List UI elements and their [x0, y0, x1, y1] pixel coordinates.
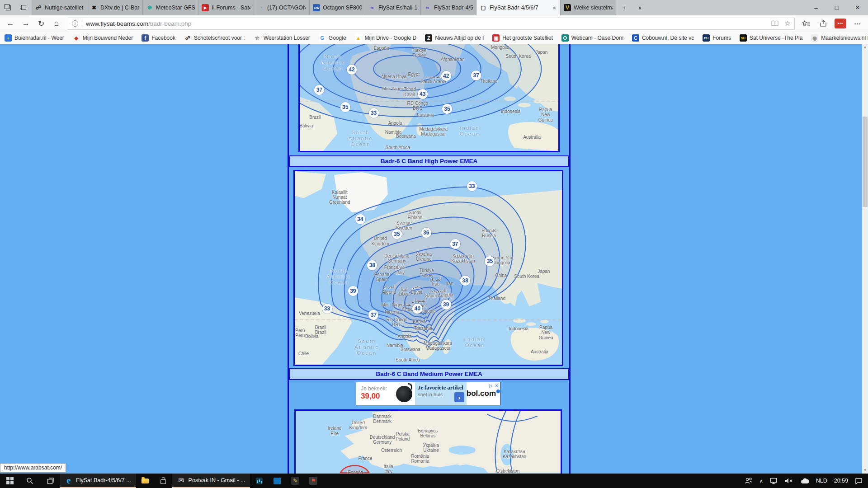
beam-level-badge: 35	[485, 256, 495, 266]
hub-star-icon	[802, 20, 810, 27]
map-base	[300, 44, 558, 151]
share-button[interactable]	[816, 17, 831, 30]
tab-preview-toggle-button[interactable]	[0, 0, 16, 15]
scrollbar-thumb[interactable]	[863, 117, 868, 207]
maximize-button[interactable]: □	[826, 0, 847, 15]
network-ethernet-icon[interactable]	[770, 478, 778, 484]
favorite-item[interactable]: SUSat Universe -The Pla	[740, 34, 802, 42]
browser-tab[interactable]: ▢FlySat Badr-4/5/6/7×	[476, 0, 561, 15]
browser-tab[interactable]: OwOctagon SF8008 4K	[310, 0, 365, 15]
favorites-hub-button[interactable]	[798, 17, 814, 30]
favorite-item[interactable]: CCobouw.nl, Dé site vc	[632, 34, 694, 42]
beam-level-badge: 38	[367, 260, 377, 270]
favorite-label: Sat Universe -The Pla	[750, 35, 802, 41]
taskbar-search-button[interactable]	[20, 474, 40, 488]
taskbar-app-store[interactable]	[154, 474, 172, 488]
ad-close-icon[interactable]: ✕	[495, 383, 499, 388]
browser-tab[interactable]: ❋MeteoStar GFS 16-D	[143, 0, 198, 15]
taskbar-app-edge[interactable]: eFlySat Badr-4/5/6/7 ...	[60, 474, 136, 488]
language-indicator[interactable]: NLD	[816, 478, 827, 484]
scroll-up-arrow[interactable]: ▲	[862, 44, 868, 51]
browser-tab[interactable]: ☍Nuttige satelliet links	[32, 0, 87, 15]
volume-muted-icon[interactable]	[785, 478, 793, 484]
set-tabs-aside-button[interactable]: ←	[16, 0, 32, 15]
taskbar-app-stats[interactable]	[250, 474, 268, 488]
favorite-item[interactable]: ZNieuws Altijd op de I	[425, 34, 484, 42]
action-center-icon[interactable]	[855, 478, 863, 484]
site-info-icon[interactable]: i	[72, 20, 78, 27]
url-text[interactable]: www.flysat-beams.com/badr-beam.php	[86, 20, 771, 27]
beam-level-badge: 37	[471, 70, 481, 80]
favorite-item[interactable]: ◕Buienradar.nl - Weer	[5, 34, 64, 42]
favorite-item[interactable]: ▣Het grootste Satelliet	[492, 34, 552, 42]
reading-view-icon[interactable]	[771, 20, 778, 27]
home-button[interactable]: ⌂	[49, 17, 64, 30]
address-bar[interactable]: i www.flysat-beams.com/badr-beam.php ☆	[68, 18, 795, 30]
favorite-item[interactable]: ☆Weerstation Losser	[254, 34, 310, 42]
beam-level-badge: 35	[442, 104, 452, 114]
favorite-favicon-icon: ▲	[355, 34, 362, 42]
favorite-star-icon[interactable]: ☆	[785, 19, 791, 28]
favorite-item[interactable]: ☍Schotelschroot voor :	[184, 34, 245, 42]
beam-level-badge: 33	[467, 181, 477, 191]
page-scrollbar[interactable]: ▲ ▼	[862, 44, 868, 474]
favorite-item[interactable]: ◆Mijn Bouwend Neder	[73, 34, 133, 42]
favorite-label: Google	[329, 35, 346, 41]
beam-map-europe: Danmark DenmarkUnited KingdomIreland Éir…	[294, 409, 562, 474]
browser-tab[interactable]: ✖DXtv.de | C-Band Em	[87, 0, 143, 15]
taskbar-app-outlook[interactable]	[268, 474, 286, 488]
minimize-button[interactable]: –	[806, 0, 826, 15]
tab-title: Nuttige satelliet links	[45, 5, 84, 11]
favorite-label: Webcam - Oase Dom	[571, 35, 623, 41]
tab-menu-button[interactable]: ∨	[632, 5, 648, 11]
ad-price: 39,00	[361, 392, 393, 401]
browser-tab[interactable]: ◔(17) OCTAGON SF80	[254, 0, 310, 15]
ad-cta-button[interactable]: ›	[454, 392, 464, 402]
taskbar-app-mail[interactable]: ✉Postvak IN - Gmail - ...	[172, 474, 250, 488]
forward-button[interactable]: →	[18, 17, 33, 30]
favorite-item[interactable]: ◉Maarkelsnieuws.nl D	[811, 34, 868, 42]
start-button[interactable]	[0, 474, 20, 488]
beam-map-high-power: North Atlantic OceanEspañaTürkiye Turkey…	[298, 44, 560, 152]
tab-favicon-icon: ▸	[202, 4, 209, 11]
map-base	[295, 171, 562, 366]
map-caption-high-power: Badr-6 C Band High Power EMEA	[289, 155, 569, 167]
windows-logo-icon	[6, 477, 14, 484]
browser-tab[interactable]: fsFlySat Es'hail-1 @ 25	[365, 0, 421, 15]
favorite-favicon-icon: ▣	[492, 34, 500, 42]
close-button[interactable]: ×	[847, 0, 868, 15]
adchoices-icon[interactable]: ▷	[489, 383, 493, 388]
ad-banner[interactable]: Je bekeek: 39,00 Je favoriete artikel sn…	[356, 382, 500, 405]
favorite-item[interactable]: GGoogle	[319, 34, 346, 42]
favorite-item[interactable]: fFacebook	[142, 34, 175, 42]
edge-icon: e	[65, 476, 73, 484]
favorite-item[interactable]: OWebcam - Oase Dom	[561, 34, 623, 42]
onedrive-cloud-icon[interactable]	[800, 478, 809, 484]
scroll-down-arrow[interactable]: ▼	[862, 467, 868, 474]
settings-more-button[interactable]: ···	[850, 17, 865, 30]
favorite-item[interactable]: ▲Mijn Drive - Google D	[355, 34, 417, 42]
taskbar-app-draw[interactable]: ✎	[286, 474, 304, 488]
back-button[interactable]: ←	[3, 17, 18, 30]
taskbar-app-file-explorer[interactable]	[136, 474, 154, 488]
tab-close-icon[interactable]: ×	[552, 5, 557, 11]
task-view-button[interactable]	[40, 474, 60, 488]
people-icon[interactable]	[745, 478, 753, 484]
tab-favicon-icon: ▢	[480, 4, 487, 11]
favorite-label: Nieuws Altijd op de I	[435, 35, 484, 41]
favorite-label: Weerstation Losser	[264, 35, 310, 41]
tab-title: Octagon SF8008 4K	[323, 5, 362, 11]
beam-level-badge: 37	[314, 85, 324, 95]
browser-tab[interactable]: VWelke sleutelmaat h	[561, 0, 616, 15]
new-tab-button[interactable]: +	[616, 4, 632, 11]
browser-tab[interactable]: ▸II Forums - Sat4all -	[198, 0, 254, 15]
favorite-item[interactable]: PUForums	[703, 34, 731, 42]
show-hidden-icons-chevron[interactable]: ∧	[760, 478, 763, 484]
taskbar-app-sat[interactable]: ⚑	[304, 474, 322, 488]
browser-tab[interactable]: fsFlySat Badr-4/5/6/7	[421, 0, 476, 15]
browser-toolbar: ← → ↻ ⌂ i www.flysat-beams.com/badr-beam…	[0, 15, 868, 32]
clock[interactable]: 20:59	[834, 478, 848, 484]
adblock-extension-button[interactable]: •••	[833, 17, 848, 30]
refresh-button[interactable]: ↻	[33, 17, 49, 30]
favorite-label: Mijn Bouwend Neder	[83, 35, 133, 41]
